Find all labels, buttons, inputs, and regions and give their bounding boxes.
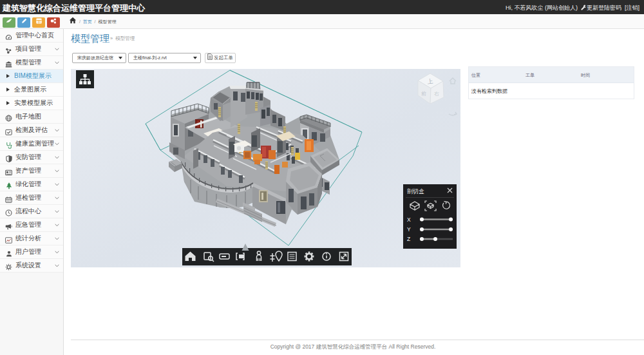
svg-text:Y: Y xyxy=(407,226,411,233)
svg-text:剖切盒: 剖切盒 xyxy=(407,188,424,195)
svg-text:右: 右 xyxy=(434,91,439,97)
svg-text:上: 上 xyxy=(427,78,433,85)
svg-text:X: X xyxy=(407,216,411,223)
svg-text:Z: Z xyxy=(407,236,410,242)
svg-text:前: 前 xyxy=(421,91,426,97)
